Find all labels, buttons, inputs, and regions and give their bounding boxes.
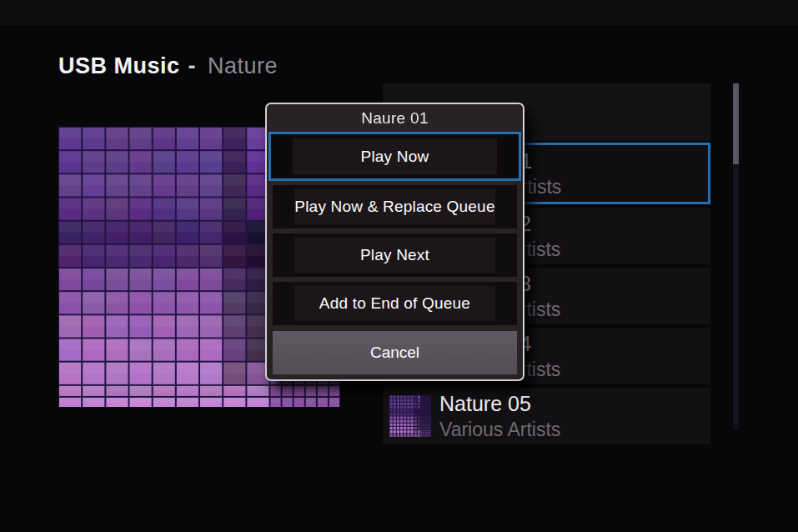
action-button-label: Add to End of Queue (273, 282, 517, 325)
scrollbar-track[interactable] (733, 83, 739, 429)
usb-music-screen: USB Music-Nature Nature 01Various Artist… (0, 0, 798, 532)
context-menu: Naure 01 Play NowPlay Now & Replace Queu… (265, 103, 524, 381)
action-button-label: Play Now & Replace Queue (273, 185, 517, 228)
track-title: Nature 05 (439, 391, 560, 417)
scrollbar-thumb[interactable] (733, 83, 739, 164)
track-row[interactable]: Nature 05Various Artists (383, 388, 710, 444)
track-artist: Various Artists (439, 417, 560, 442)
action-button-label: Play Next (273, 233, 517, 277)
track-thumbnail (389, 395, 431, 437)
action-button-label: Play Now (271, 134, 519, 178)
play-now-replace-queue-button[interactable]: Play Now & Replace Queue (273, 185, 517, 228)
add-to-end-of-queue-button[interactable]: Add to End of Queue (273, 282, 517, 325)
context-menu-actions: Play NowPlay Now & Replace QueuePlay Nex… (267, 132, 523, 325)
cancel-button[interactable]: Cancel (273, 331, 517, 374)
page-title-separator: - (188, 53, 197, 78)
play-now-button[interactable]: Play Now (269, 132, 521, 181)
page-title-folder: Nature (208, 53, 278, 78)
context-menu-title: Naure 01 (267, 104, 523, 132)
top-strip (0, 0, 798, 25)
play-next-button[interactable]: Play Next (273, 233, 517, 277)
page-title: USB Music-Nature (58, 53, 278, 79)
page-title-source: USB Music (58, 53, 180, 78)
